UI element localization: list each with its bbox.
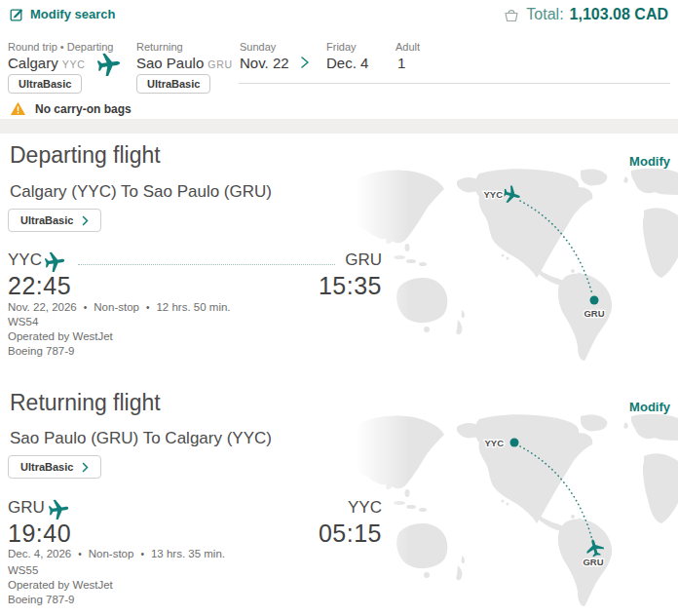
returning-modify-link[interactable]: Modify: [629, 400, 670, 414]
returning-heading: Returning flight: [10, 390, 161, 416]
bullet: •: [78, 549, 82, 559]
warning-icon: [10, 101, 26, 116]
departing-arrival-time: 15:35: [319, 272, 382, 300]
chevron-right-icon: [82, 462, 89, 473]
origin-dot-marker: [510, 439, 519, 447]
carry-on-warning: No carry-on bags: [10, 101, 132, 116]
returning-duration: 13 hrs. 35 min.: [151, 548, 225, 559]
returning-departure-time: 19:40: [8, 520, 71, 548]
departing-date: Nov. 22, 2026: [8, 301, 77, 313]
departing-flight-number: WS54: [8, 316, 38, 327]
returning-stops: Non-stop: [89, 548, 134, 559]
trip-type-label: Round trip • Departing: [8, 41, 113, 53]
departing-fare-label: UltraBasic: [20, 214, 73, 226]
origin-city: CalgaryYYC: [8, 55, 86, 72]
return-fare-chip: UltraBasic: [136, 74, 210, 94]
cart-total[interactable]: Total: 1,103.08 CAD: [503, 6, 668, 23]
depart-day-label: Sunday: [240, 41, 276, 53]
total-value: 1,103.08 CAD: [570, 6, 668, 23]
chevron-right-icon: [82, 215, 89, 226]
returning-arrival-time: 05:15: [319, 520, 382, 548]
returning-fare-button[interactable]: UltraBasic: [8, 455, 101, 479]
returning-flight-meta: Dec. 4, 2026 • Non-stop • 13 hrs. 35 min…: [8, 548, 225, 559]
departing-fare-button[interactable]: UltraBasic: [8, 209, 101, 232]
chevron-right-icon: [298, 55, 312, 70]
modify-search-label: Modify search: [30, 7, 115, 21]
destination-code: GRU: [207, 58, 233, 70]
departing-modify-link[interactable]: Modify: [629, 154, 670, 169]
returning-label: Returning: [136, 41, 183, 53]
bullet: •: [146, 302, 150, 313]
returning-destination-code: YYC: [348, 498, 382, 518]
section-divider: [0, 119, 678, 134]
flight-review-page: Modify search Total: 1,103.08 CAD Round …: [0, 0, 678, 616]
plane-icon: [49, 499, 69, 520]
map-origin-label: YYC: [483, 189, 503, 200]
route-dotted-line: [78, 264, 335, 265]
returning-date: Dec. 4, 2026: [8, 548, 71, 559]
departing-aircraft: Boeing 787-9: [8, 345, 74, 357]
modify-search-button[interactable]: Modify search: [10, 7, 115, 21]
returning-flight-number: WS55: [8, 564, 38, 576]
departing-origin-code: YYC: [8, 250, 42, 270]
bullet: •: [84, 302, 88, 313]
returning-aircraft: Boeing 787-9: [8, 594, 74, 605]
cart-icon: [503, 7, 520, 23]
origin-fare-chip: UltraBasic: [8, 74, 82, 94]
return-day-label: Friday: [326, 41, 357, 53]
returning-operated-by: Operated by WestJet: [8, 579, 113, 591]
returning-route-title: Sao Paulo (GRU) To Calgary (YYC): [10, 429, 272, 448]
dates-divider: [239, 83, 670, 84]
departing-heading: Departing flight: [10, 142, 161, 169]
departing-route-title: Calgary (YYC) To Sao Paulo (GRU): [10, 182, 272, 202]
return-date: Dec. 4: [326, 55, 368, 71]
departing-route-map: YYC GRU: [357, 168, 678, 368]
departing-stops: Non-stop: [94, 301, 139, 313]
carry-on-warning-text: No carry-on bags: [35, 102, 132, 116]
origin-code: YYC: [62, 58, 86, 70]
returning-route-map: YYC GRU: [357, 413, 678, 614]
map-origin-label: YYC: [484, 438, 504, 448]
destination-dot-marker: [590, 296, 599, 305]
departing-destination-code: GRU: [345, 250, 382, 270]
edit-icon: [10, 7, 24, 21]
passengers-count: 1: [397, 55, 405, 71]
returning-fare-label: UltraBasic: [20, 461, 73, 473]
plane-icon: [97, 53, 121, 76]
bullet: •: [140, 549, 144, 559]
departing-flight-meta: Nov. 22, 2026 • Non-stop • 12 hrs. 50 mi…: [8, 301, 231, 313]
destination-city: Sao PauloGRU: [136, 55, 233, 72]
departing-operated-by: Operated by WestJet: [8, 330, 113, 342]
passengers-label: Adult: [396, 41, 420, 53]
map-destination-label: GRU: [584, 308, 604, 319]
total-label: Total:: [526, 6, 563, 23]
departing-departure-time: 22:45: [8, 272, 71, 300]
depart-date: Nov. 22: [240, 55, 289, 71]
departing-duration: 12 hrs. 50 min.: [156, 301, 230, 313]
plane-icon: [45, 251, 65, 272]
map-destination-label: GRU: [583, 557, 603, 567]
returning-origin-code: GRU: [8, 498, 45, 518]
